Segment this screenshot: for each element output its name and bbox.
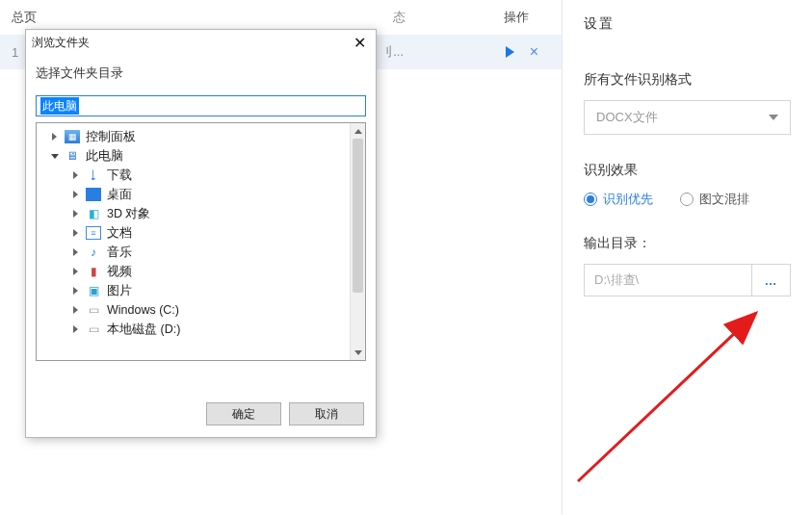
output-dir-value: D:\排查\: [594, 271, 639, 289]
output-dir-input[interactable]: D:\排查\: [584, 264, 752, 296]
tree-item-pictures[interactable]: ▣ 图片: [37, 281, 365, 300]
tree-item-label: 文档: [107, 225, 132, 242]
tree-item-label: 3D 对象: [107, 206, 150, 222]
dialog-footer: 确定 取消: [26, 391, 376, 437]
expand-icon[interactable]: [71, 191, 80, 198]
cancel-button-label: 取消: [315, 406, 338, 423]
tree-item-videos[interactable]: ▮ 视频: [37, 262, 365, 281]
cancel-button[interactable]: 取消: [289, 402, 364, 425]
cube-icon: ◧: [86, 207, 101, 220]
radio-label: 图文混排: [699, 191, 749, 208]
tree-item-label: 本地磁盘 (D:): [107, 322, 180, 338]
tree-item-label: 下载: [107, 167, 132, 184]
format-select[interactable]: DOCX文件: [584, 100, 791, 135]
collapse-icon[interactable]: [50, 154, 59, 159]
dialog-title-text: 浏览文件夹: [32, 35, 90, 51]
tree-item-label: 音乐: [107, 245, 132, 261]
tree-item-3d-objects[interactable]: ◧ 3D 对象: [37, 204, 365, 223]
video-icon: ▮: [86, 265, 101, 278]
format-label: 所有文件识别格式: [584, 71, 791, 89]
tree-item-label: 桌面: [107, 187, 132, 203]
tree-item-desktop[interactable]: 桌面: [37, 185, 365, 204]
ellipsis-icon: …: [765, 273, 778, 288]
radio-label: 识别优先: [603, 191, 653, 208]
col-operation: 操作: [504, 9, 550, 26]
ok-button-label: 确定: [232, 406, 255, 423]
tree-item-label: 图片: [107, 283, 132, 299]
scroll-up-icon[interactable]: [351, 123, 365, 139]
settings-title: 设置: [584, 15, 791, 33]
radio-icon: [680, 193, 694, 206]
dialog-subtitle: 选择文件夹目录: [26, 55, 376, 95]
format-value: DOCX文件: [596, 109, 658, 126]
tree-item-control-panel[interactable]: ▦ 控制面板: [37, 127, 365, 146]
folder-tree: ▦ 控制面板 🖥 此电脑 ⭣ 下载 桌面 ◧ 3D 对象: [36, 122, 366, 361]
folder-path-value: 此电脑: [40, 97, 79, 115]
picture-icon: ▣: [86, 284, 101, 297]
control-panel-icon: ▦: [65, 130, 80, 143]
col-state: 态: [393, 9, 406, 26]
music-icon: ♪: [86, 245, 101, 259]
effect-label: 识别效果: [584, 162, 791, 179]
dialog-titlebar: 浏览文件夹 ✕: [26, 30, 376, 55]
tree-item-drive-d[interactable]: ▭ 本地磁盘 (D:): [37, 320, 365, 339]
output-dir-label: 输出目录：: [584, 235, 791, 252]
tree-item-label: Windows (C:): [107, 303, 179, 317]
radio-image-text-mix[interactable]: 图文混排: [680, 191, 749, 208]
desktop-icon: [86, 188, 101, 201]
scrollbar-thumb[interactable]: [353, 139, 363, 293]
radio-icon: [584, 193, 597, 206]
play-icon[interactable]: [506, 46, 514, 58]
tree-item-drive-c[interactable]: ▭ Windows (C:): [37, 300, 365, 320]
tree-item-music[interactable]: ♪ 音乐: [37, 243, 365, 262]
delete-icon[interactable]: ×: [530, 44, 538, 60]
expand-icon[interactable]: [71, 287, 80, 295]
download-icon: ⭣: [86, 168, 101, 182]
expand-icon[interactable]: [71, 210, 80, 218]
expand-icon[interactable]: [50, 133, 59, 141]
tree-scrollbar[interactable]: [350, 123, 365, 360]
chevron-down-icon: [769, 115, 778, 120]
drive-icon: ▭: [86, 322, 101, 336]
expand-icon[interactable]: [71, 248, 80, 256]
expand-icon[interactable]: [71, 229, 80, 237]
tree-item-label: 控制面板: [86, 129, 136, 145]
browse-output-button[interactable]: …: [752, 264, 791, 296]
ok-button[interactable]: 确定: [206, 402, 281, 425]
expand-icon[interactable]: [71, 171, 80, 179]
row-state-ellipsis: 刂...: [380, 43, 404, 61]
document-icon: ≡: [86, 226, 101, 240]
row-index: 1: [12, 45, 18, 60]
drive-icon: ▭: [86, 303, 101, 317]
expand-icon[interactable]: [71, 306, 80, 314]
tree-item-this-pc[interactable]: 🖥 此电脑: [37, 146, 365, 166]
tree-item-downloads[interactable]: ⭣ 下载: [37, 166, 365, 185]
browse-folder-dialog: 浏览文件夹 ✕ 选择文件夹目录 此电脑 ▦ 控制面板 🖥 此电脑 ⭣ 下载: [25, 29, 377, 438]
tree-item-label: 此电脑: [86, 148, 123, 165]
close-icon[interactable]: ✕: [350, 34, 370, 52]
tree-item-label: 视频: [107, 264, 132, 280]
expand-icon[interactable]: [71, 325, 80, 333]
settings-panel: 设置 所有文件识别格式 DOCX文件 识别效果 识别优先 图文混排 输出目录： …: [562, 0, 812, 515]
radio-recognition-priority[interactable]: 识别优先: [584, 191, 653, 208]
tree-item-documents[interactable]: ≡ 文档: [37, 223, 365, 243]
col-total: 总页: [12, 9, 37, 26]
pc-icon: 🖥: [65, 149, 80, 163]
expand-icon[interactable]: [71, 268, 80, 275]
folder-path-input[interactable]: 此电脑: [36, 95, 366, 116]
scroll-down-icon[interactable]: [351, 345, 365, 360]
